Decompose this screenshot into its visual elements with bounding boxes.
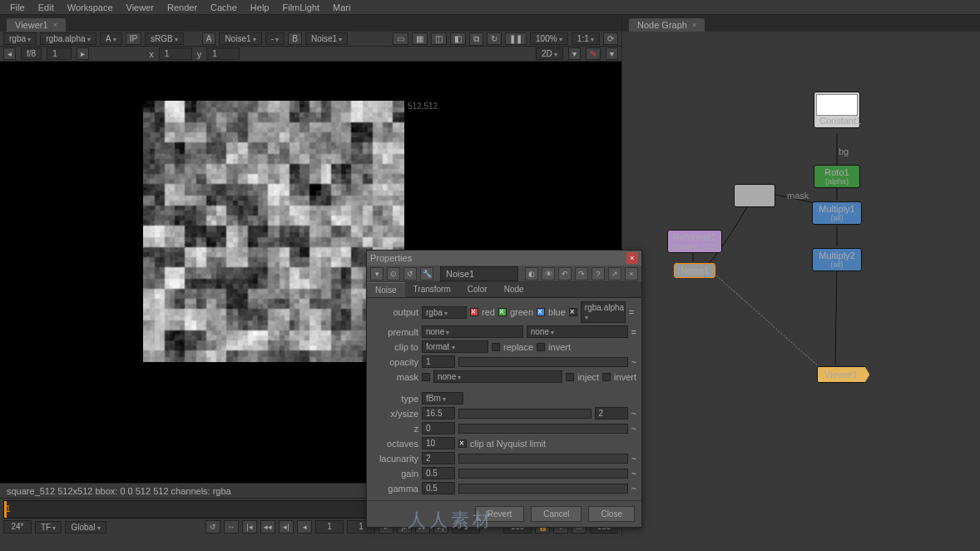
undo-icon[interactable]: ↶: [558, 267, 572, 280]
reload-icon[interactable]: ⟳: [603, 32, 618, 45]
close-icon[interactable]: ×: [692, 21, 696, 29]
buffer-b-button[interactable]: B: [288, 32, 302, 45]
float-icon[interactable]: ↗: [608, 267, 621, 280]
invert-check[interactable]: [537, 343, 545, 351]
gamma-field[interactable]: 0.5: [422, 482, 455, 494]
output-select[interactable]: rgba: [422, 306, 467, 319]
skip-start-icon[interactable]: |◂: [242, 520, 257, 534]
node-multiply2[interactable]: Multiply2 (all): [812, 248, 862, 271]
buffer-a-button[interactable]: A: [202, 32, 216, 45]
premult-left-select[interactable]: none: [422, 325, 523, 338]
fstop-field[interactable]: f/8: [21, 47, 42, 60]
buffer-a-select[interactable]: A: [100, 32, 122, 45]
menu-file[interactable]: File: [3, 1, 32, 14]
lacunarity-field[interactable]: 2: [422, 452, 455, 464]
prev-frame-icon[interactable]: ◂: [3, 47, 16, 60]
anim-icon[interactable]: ~: [631, 484, 636, 494]
roi-icon[interactable]: ▭: [393, 32, 408, 45]
xysize-slider[interactable]: [458, 409, 591, 419]
menu-render[interactable]: Render: [161, 1, 204, 14]
view-opts-icon[interactable]: ▾: [606, 47, 618, 60]
play-back-icon[interactable]: ◂: [297, 520, 312, 534]
opacity-field[interactable]: 1: [422, 355, 455, 368]
scope-select[interactable]: Global: [65, 521, 106, 534]
mask-select[interactable]: none: [433, 370, 562, 383]
gain-field[interactable]: 0.5: [422, 467, 455, 479]
close-icon[interactable]: ×: [626, 252, 638, 264]
menu-edit[interactable]: Edit: [32, 1, 61, 14]
center-icon[interactable]: ⊙: [387, 267, 400, 280]
menu-workspace[interactable]: Workspace: [61, 1, 120, 14]
opacity-slider[interactable]: [458, 357, 628, 367]
menu-mari[interactable]: Mari: [326, 1, 357, 14]
node-dilate1[interactable]: Dilate1 (all): [734, 184, 775, 207]
xysize-field[interactable]: 16.5: [422, 407, 455, 419]
node-multiply1[interactable]: Multiply1 (all): [812, 201, 862, 225]
red-check[interactable]: [470, 308, 478, 316]
lacunarity-slider[interactable]: [458, 454, 628, 464]
clipto-select[interactable]: format: [422, 340, 488, 353]
overlay-icon[interactable]: ▦: [412, 32, 428, 45]
tab-viewer1[interactable]: Viewer1 ×: [7, 18, 66, 32]
z-slider[interactable]: [458, 424, 628, 434]
anim-icon[interactable]: ~: [631, 424, 636, 434]
z-field[interactable]: 0: [422, 422, 455, 434]
node-reformat1[interactable]: Reformat1 (square_512): [667, 230, 722, 253]
premult-right-select[interactable]: none: [527, 325, 628, 338]
refresh-icon[interactable]: ↻: [487, 32, 502, 45]
revert-button[interactable]: Revert: [475, 506, 524, 522]
lock-icon[interactable]: ✎: [586, 47, 601, 60]
green-check[interactable]: [498, 308, 507, 316]
nyquist-check[interactable]: [458, 439, 467, 448]
input-a-layer[interactable]: -: [265, 32, 285, 45]
colorspace-select[interactable]: sRGB: [145, 32, 184, 45]
type-select[interactable]: fBm: [422, 392, 463, 405]
expand-icon[interactable]: =: [629, 307, 634, 317]
prev-key-icon[interactable]: ◂◂: [260, 520, 275, 534]
tab-node[interactable]: Node: [496, 282, 532, 297]
wrench-icon[interactable]: 🔧: [420, 267, 433, 280]
redo-icon[interactable]: ↷: [575, 267, 588, 280]
frame-start-field[interactable]: 1: [315, 520, 344, 534]
node-name-field[interactable]: Noise1: [440, 266, 518, 281]
properties-panel[interactable]: Properties × ▾ ⊙ ↺ 🔧 Noise1 ◐ 👁 ↶ ↷ ? ↗ …: [366, 250, 642, 528]
inject-check[interactable]: [566, 373, 574, 381]
loop-icon[interactable]: ↺: [205, 520, 220, 534]
proxy-icon[interactable]: ⧉: [469, 32, 483, 46]
menu-viewer[interactable]: Viewer: [120, 1, 161, 14]
step-back-icon[interactable]: ◂|: [279, 520, 294, 534]
next-frame-icon[interactable]: ▸: [77, 47, 89, 60]
pause-icon[interactable]: ❚❚: [505, 32, 527, 45]
node-roto1[interactable]: Roto1 (alpha): [814, 165, 860, 188]
playhead[interactable]: [4, 501, 7, 518]
nodegraph-canvas[interactable]: bg mask Constant1 Roto1 (alpha) Dilate1 …: [622, 32, 980, 536]
tab-color[interactable]: Color: [459, 282, 496, 297]
anim-icon[interactable]: ~: [631, 357, 636, 367]
input-a-select[interactable]: Noise1: [219, 32, 261, 45]
zoom-select[interactable]: 100%: [530, 32, 568, 45]
node-constant1[interactable]: Constant1: [814, 92, 860, 128]
tab-transform[interactable]: Transform: [405, 282, 459, 297]
input-b-select[interactable]: Noise1: [305, 32, 348, 45]
fps-field[interactable]: 24*: [3, 520, 32, 534]
menu-cache[interactable]: Cache: [204, 1, 244, 14]
view-mode-select[interactable]: 2D: [536, 47, 563, 60]
channel-select[interactable]: rgba: [3, 32, 37, 45]
anim-icon[interactable]: ~: [631, 469, 636, 479]
color-icon[interactable]: ◐: [525, 267, 538, 280]
collapse-icon[interactable]: ▾: [370, 267, 384, 280]
mask-enable-check[interactable]: [422, 373, 430, 381]
alpha-check[interactable]: [569, 308, 577, 316]
fval-field[interactable]: 1: [47, 47, 72, 60]
menu-filmlight[interactable]: FilmLight: [275, 1, 326, 14]
anim-icon[interactable]: ~: [631, 409, 636, 419]
bounce-icon[interactable]: ↔: [224, 520, 239, 534]
node-noise1[interactable]: Noise1: [674, 263, 715, 278]
show-icon[interactable]: 👁: [542, 267, 555, 280]
restore-icon[interactable]: ↺: [403, 267, 417, 280]
replace-check[interactable]: [492, 343, 500, 351]
camera-icon[interactable]: ▾: [568, 47, 581, 60]
y-field[interactable]: 1: [206, 47, 240, 60]
octaves-field[interactable]: 10: [422, 437, 455, 449]
alpha-select[interactable]: rgba.alpha: [40, 32, 97, 45]
